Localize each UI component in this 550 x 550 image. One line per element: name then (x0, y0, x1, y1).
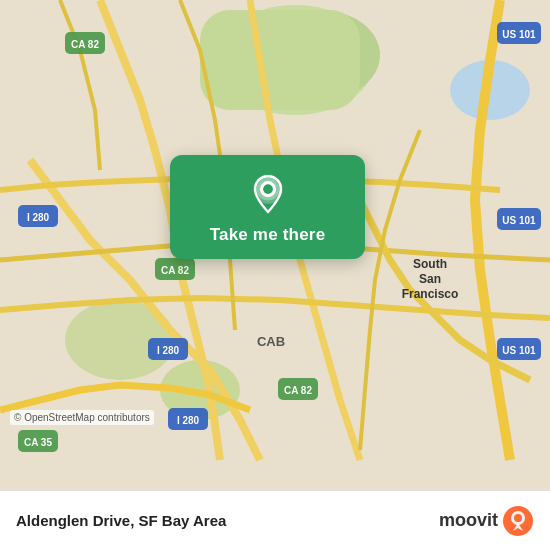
take-me-there-card[interactable]: Take me there (170, 155, 365, 259)
moovit-text: moovit (439, 510, 498, 531)
svg-text:San: San (419, 272, 441, 286)
take-me-there-label: Take me there (210, 225, 326, 245)
location-name: Aldenglen Drive, SF Bay Area (16, 512, 226, 529)
openstreetmap-credit: © OpenStreetMap contributors (10, 410, 154, 425)
svg-point-33 (263, 184, 273, 194)
svg-text:CA 82: CA 82 (284, 385, 312, 396)
svg-text:Francisco: Francisco (402, 287, 459, 301)
svg-text:CA 82: CA 82 (71, 39, 99, 50)
svg-text:CA 82: CA 82 (161, 265, 189, 276)
svg-rect-3 (200, 10, 360, 110)
bottom-bar: Aldenglen Drive, SF Bay Area moovit (0, 490, 550, 550)
moovit-brand-icon (502, 505, 534, 537)
svg-point-36 (514, 514, 522, 522)
svg-text:CA 35: CA 35 (24, 437, 52, 448)
svg-text:US 101: US 101 (502, 29, 536, 40)
svg-text:South: South (413, 257, 447, 271)
svg-text:US 101: US 101 (502, 345, 536, 356)
moovit-logo: moovit (439, 505, 534, 537)
svg-text:I 280: I 280 (27, 212, 50, 223)
location-info: Aldenglen Drive, SF Bay Area (16, 512, 226, 529)
svg-text:I 280: I 280 (177, 415, 200, 426)
svg-text:I 280: I 280 (157, 345, 180, 356)
location-pin-icon (247, 173, 289, 215)
svg-text:US 101: US 101 (502, 215, 536, 226)
map-area: CA 82 I 280 CA 82 I 280 I 280 CA 82 CA 3… (0, 0, 550, 490)
cab-label: CAB (257, 334, 285, 349)
